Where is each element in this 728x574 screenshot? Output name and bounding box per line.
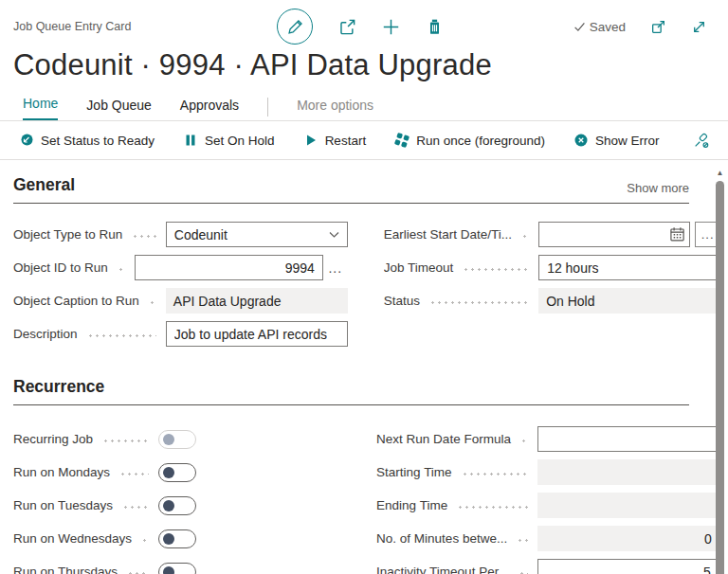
action-set-on-hold[interactable]: Set On Hold	[183, 133, 275, 148]
tab-separator	[267, 98, 268, 117]
save-status: Saved	[573, 20, 626, 34]
scroll-up-arrow-icon[interactable]: ▲	[714, 169, 726, 178]
tab-more-options[interactable]: More options	[297, 98, 373, 120]
edit-mode-button[interactable]	[277, 9, 313, 45]
run-on-tuesdays-toggle[interactable]	[158, 496, 196, 515]
field-label: Earliest Start Date/Ti...	[384, 227, 512, 242]
dotted-leader	[521, 235, 529, 238]
run-on-wednesdays-toggle[interactable]	[158, 529, 196, 548]
recurrence-right-column: Next Run Date Formula Starting Time	[376, 422, 719, 574]
inactivity-timeout-input[interactable]	[537, 559, 719, 574]
ending-time-value	[537, 493, 719, 518]
error-circle-icon	[573, 133, 589, 148]
object-type-value: Codeunit	[174, 227, 228, 242]
object-caption-value: API Data Upgrade	[166, 288, 348, 314]
check-icon	[573, 21, 586, 33]
dotted-leader	[118, 268, 125, 271]
dotted-leader	[102, 439, 149, 442]
scrollbar-thumb[interactable]	[716, 181, 724, 574]
job-timeout-input[interactable]	[538, 255, 720, 280]
field-label: Job Timeout	[384, 260, 454, 275]
field-starting-time: Starting Time	[376, 456, 719, 489]
tab-approvals[interactable]: Approvals	[180, 98, 239, 120]
run-on-thursdays-toggle[interactable]	[158, 563, 196, 574]
general-fields: Object Type to Run Codeunit Objec	[13, 218, 689, 350]
dotted-leader	[517, 539, 528, 542]
object-type-dropdown[interactable]: Codeunit	[166, 222, 348, 247]
page-title: Codeunit · 9994 · API Data Upgrade	[13, 48, 715, 82]
action-label: Run once (foreground)	[416, 134, 545, 148]
header-action-icons	[277, 9, 444, 45]
action-run-once-foreground[interactable]: Run once (foreground)	[394, 133, 545, 148]
pause-icon	[183, 133, 198, 148]
dotted-leader	[119, 473, 149, 475]
field-run-on-tuesdays: Run on Tuesdays	[13, 489, 340, 522]
action-restart[interactable]: Restart	[303, 133, 367, 148]
field-run-on-wednesdays: Run on Wednesdays	[13, 522, 340, 555]
toggle-knob	[163, 467, 174, 478]
field-label: Starting Time	[376, 465, 452, 479]
field-label: Next Run Date Formula	[376, 432, 511, 446]
field-inactivity-timeout-period: Inactivity Timeout Per...	[376, 555, 719, 574]
action-show-error[interactable]: Show Error	[573, 133, 660, 148]
field-object-id-to-run: Object ID to Run ...	[13, 251, 348, 284]
toggle-knob	[163, 500, 174, 511]
delete-trash-icon[interactable]	[426, 18, 444, 36]
toggle-knob	[163, 533, 174, 545]
description-input[interactable]	[166, 321, 348, 347]
share-icon[interactable]	[338, 18, 356, 36]
expand-fullscreen-icon[interactable]	[691, 19, 707, 35]
section-recurrence: Recurrence Recurring Job	[13, 377, 689, 574]
status-value: On Hold	[538, 288, 720, 314]
open-in-new-window-icon[interactable]	[650, 19, 666, 35]
field-status: Status On Hold	[384, 284, 720, 317]
show-more-link[interactable]: Show more	[627, 181, 689, 195]
minutes-between-value: 0	[537, 526, 719, 551]
recurring-job-toggle	[158, 430, 196, 449]
page-header: Job Queue Entry Card	[0, 0, 728, 45]
general-right-column: Earliest Start Date/Ti...	[384, 218, 720, 350]
play-icon	[303, 133, 318, 148]
recurrence-heading: Recurrence	[13, 377, 104, 397]
pin-action-bar-button[interactable]	[693, 133, 709, 149]
pencil-icon	[286, 18, 304, 36]
header-right-group: Saved	[444, 19, 707, 35]
status-ready-icon	[19, 133, 34, 148]
field-recurring-job: Recurring Job	[13, 422, 340, 456]
new-plus-icon[interactable]	[382, 18, 400, 36]
action-label: Set On Hold	[205, 134, 275, 148]
field-earliest-start-datetime: Earliest Start Date/Ti...	[384, 218, 720, 251]
field-object-caption-to-run: Object Caption to Run API Data Upgrade	[13, 284, 348, 317]
field-label: Description	[13, 327, 78, 341]
page-caption: Job Queue Entry Card	[13, 20, 277, 33]
field-minutes-between-runs: No. of Minutes betwe... 0	[376, 522, 719, 555]
assist-edit-button[interactable]: ...	[323, 260, 348, 276]
recurrence-section-header[interactable]: Recurrence	[13, 377, 689, 405]
object-id-input[interactable]	[135, 255, 323, 280]
next-run-date-formula-input[interactable]	[537, 426, 719, 452]
field-run-on-thursdays: Run on Thursdays	[13, 555, 340, 574]
earliest-start-input[interactable]	[538, 222, 690, 247]
recurrence-left-column: Recurring Job Run on Mondays	[13, 422, 340, 574]
title-row: Codeunit · 9994 · API Data Upgrade	[0, 45, 728, 82]
action-set-status-to-ready[interactable]: Set Status to Ready	[19, 133, 155, 148]
general-section-header[interactable]: General Show more	[13, 175, 689, 204]
field-label: Run on Mondays	[13, 465, 110, 479]
card-content: General Show more Object Type to Run Cod…	[0, 160, 728, 574]
general-heading: General	[13, 175, 75, 195]
dotted-leader	[462, 473, 528, 475]
toggle-knob	[163, 434, 174, 445]
field-label: Object ID to Run	[13, 260, 108, 275]
dotted-leader	[429, 301, 529, 304]
dotted-leader	[141, 539, 149, 542]
field-label: Run on Tuesdays	[13, 498, 113, 512]
tab-home[interactable]: Home	[23, 96, 58, 120]
scrollbar[interactable]: ▲	[714, 169, 726, 574]
tab-job-queue[interactable]: Job Queue	[86, 98, 152, 120]
run-on-mondays-toggle[interactable]	[158, 463, 196, 482]
calendar-icon[interactable]	[669, 226, 685, 242]
section-general: General Show more Object Type to Run Cod…	[13, 175, 689, 350]
dotted-leader	[122, 506, 149, 509]
pin-icon	[693, 133, 709, 149]
field-label: Status	[384, 294, 420, 308]
